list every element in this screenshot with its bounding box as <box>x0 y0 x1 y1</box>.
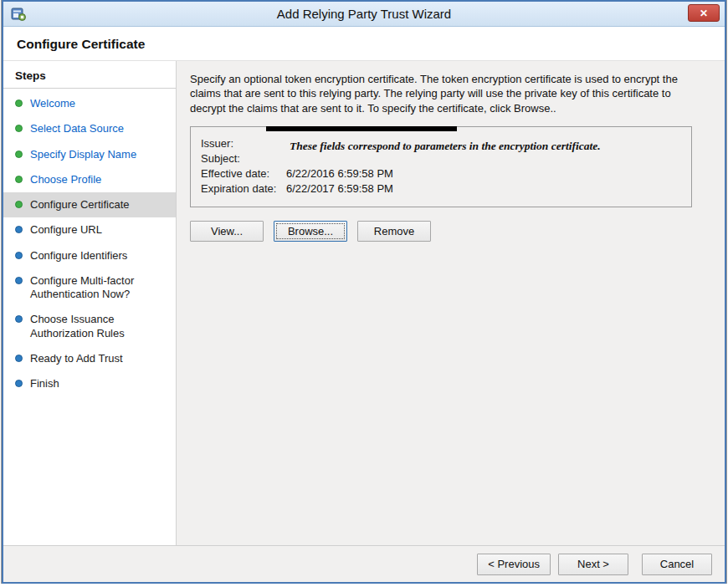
sidebar-item-configure-mfa: Configure Multi-factor Authentication No… <box>3 268 176 308</box>
adfs-wizard-icon <box>11 7 26 22</box>
step-status-icon <box>15 277 23 284</box>
sidebar-item-configure-certificate: Configure Certificate <box>3 192 176 217</box>
step-status-icon <box>15 355 23 362</box>
expiration-date-label: Expiration date: <box>201 182 286 195</box>
annotation-text: These fields correspond to parameters in… <box>290 140 683 153</box>
remove-button[interactable]: Remove <box>357 221 431 242</box>
description-text: Specify an optional token encryption cer… <box>190 72 708 115</box>
step-label: Choose Issuance Authorization Rules <box>30 313 169 340</box>
title-bar: Add Relying Party Trust Wizard ✕ <box>3 2 725 27</box>
step-status-icon <box>15 315 23 323</box>
step-label: Ready to Add Trust <box>30 352 123 365</box>
step-status-icon <box>15 201 23 208</box>
subject-row: Subject: <box>201 152 681 165</box>
footer-bar: < Previous Next > Cancel <box>3 545 725 582</box>
cancel-button[interactable]: Cancel <box>642 554 712 575</box>
effective-date-row: Effective date: 6/22/2016 6:59:58 PM <box>201 167 681 180</box>
step-label[interactable]: Welcome <box>30 97 75 110</box>
expiration-date-row: Expiration date: 6/22/2017 6:59:58 PM <box>201 182 681 195</box>
sidebar-item-choose-profile[interactable]: Choose Profile <box>3 167 176 192</box>
certificate-box: These fields correspond to parameters in… <box>190 126 692 207</box>
sidebar-item-configure-identifiers: Configure Identifiers <box>3 243 176 268</box>
steps-heading: Steps <box>3 64 176 89</box>
step-status-icon <box>15 380 23 387</box>
effective-date-value: 6/22/2016 6:59:58 PM <box>286 167 393 180</box>
step-label[interactable]: Select Data Source <box>30 122 124 135</box>
step-status-icon <box>15 226 23 233</box>
step-label: Configure URL <box>30 223 102 237</box>
step-label: Finish <box>30 377 59 390</box>
close-button[interactable]: ✕ <box>688 4 720 22</box>
window-title: Add Relying Party Trust Wizard <box>3 7 725 21</box>
step-status-icon <box>15 176 23 183</box>
previous-button[interactable]: < Previous <box>477 554 551 575</box>
sidebar-item-welcome[interactable]: Welcome <box>3 91 176 116</box>
certificate-buttons: View... Browse... Remove <box>190 221 708 242</box>
effective-date-label: Effective date: <box>201 167 286 180</box>
steps-sidebar: Steps Welcome Select Data Source Specify… <box>3 61 176 545</box>
redacted-issuer-value <box>266 126 457 131</box>
sidebar-item-specify-display-name[interactable]: Specify Display Name <box>3 142 176 167</box>
step-status-icon <box>15 125 23 132</box>
sidebar-item-choose-issuance-rules: Choose Issuance Authorization Rules <box>3 307 176 346</box>
step-label[interactable]: Specify Display Name <box>30 148 136 161</box>
sidebar-item-configure-url: Configure URL <box>3 217 176 242</box>
content-pane: Specify an optional token encryption cer… <box>176 61 725 545</box>
view-button[interactable]: View... <box>190 221 264 242</box>
subject-label: Subject: <box>201 152 286 165</box>
step-status-icon <box>15 100 23 107</box>
page-title: Configure Certificate <box>3 27 725 61</box>
sidebar-item-finish: Finish <box>3 371 176 396</box>
wizard-window: Add Relying Party Trust Wizard ✕ Configu… <box>2 0 726 584</box>
expiration-date-value: 6/22/2017 6:59:58 PM <box>286 182 393 195</box>
sidebar-item-select-data-source[interactable]: Select Data Source <box>3 116 176 141</box>
next-button[interactable]: Next > <box>558 554 628 575</box>
sidebar-item-ready-to-add-trust: Ready to Add Trust <box>3 346 176 371</box>
step-label: Configure Multi-factor Authentication No… <box>30 274 169 302</box>
issuer-label: Issuer: <box>201 137 286 150</box>
step-status-icon <box>15 151 23 158</box>
step-status-icon <box>15 252 23 259</box>
step-label: Configure Certificate <box>30 198 130 212</box>
step-label: Configure Identifiers <box>30 249 127 263</box>
wizard-body: Steps Welcome Select Data Source Specify… <box>3 61 725 545</box>
step-label[interactable]: Choose Profile <box>30 173 101 186</box>
browse-button[interactable]: Browse... <box>274 221 347 242</box>
